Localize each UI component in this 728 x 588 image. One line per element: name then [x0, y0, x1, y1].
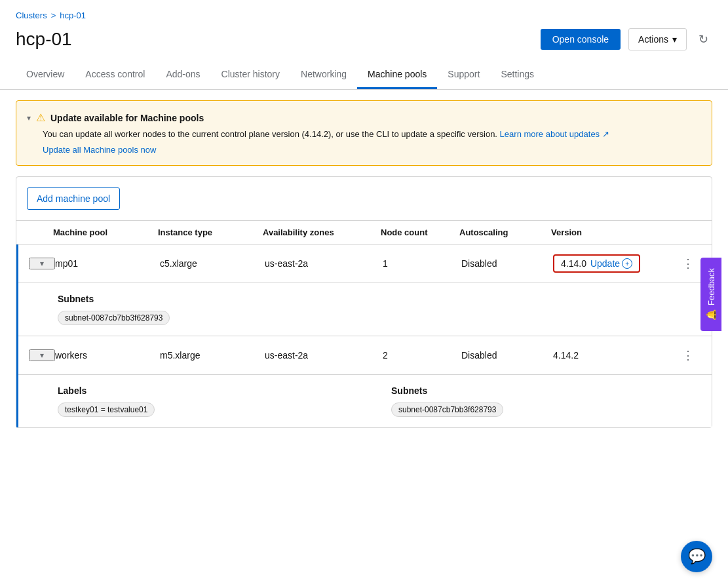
col-header-machine-pool: Machine pool: [53, 227, 158, 237]
version-number-mp01: 4.14.0: [561, 258, 586, 269]
row-toggle-workers[interactable]: ▾: [29, 349, 55, 361]
col-header-availability-zones: Availability zones: [263, 227, 381, 237]
chat-button[interactable]: 💬: [681, 541, 712, 572]
col-header-instance-type: Instance type: [158, 227, 263, 237]
feedback-label: Feedback: [706, 267, 716, 305]
availability-zones-workers: us-east-2a: [265, 350, 383, 361]
machine-row-data-workers: ▾ workers m5.xlarge us-east-2a 2 Disable…: [18, 336, 712, 375]
tab-add-ons[interactable]: Add-ons: [155, 61, 210, 89]
kebab-menu-mp01[interactable]: ⋮: [675, 254, 701, 273]
cluster-title: hcp-01: [16, 29, 72, 50]
feedback-button[interactable]: 🔔 Feedback: [700, 257, 721, 330]
machine-pool-name-mp01: mp01: [55, 258, 160, 269]
machine-pool-name-workers: workers: [55, 350, 160, 361]
col-header-actions: [675, 227, 701, 237]
update-banner: ▾ ⚠ Update available for Machine pools Y…: [16, 100, 712, 166]
machine-row-data-mp01: ▾ mp01 c5.xlarge us-east-2a 1 Disabled 4…: [18, 245, 712, 283]
chevron-down-icon: ▾: [672, 34, 677, 45]
tab-cluster-history[interactable]: Cluster history: [211, 61, 290, 89]
subnet-chip-workers-0: subnet-0087cb7bb3f628793: [391, 402, 503, 417]
tab-networking[interactable]: Networking: [290, 61, 357, 89]
breadcrumb-current: hcp-01: [60, 10, 86, 20]
subnet-chip-mp01-0: subnet-0087cb7bb3f628793: [58, 311, 170, 325]
col-header-toggle: [27, 227, 53, 237]
instance-type-workers: m5.xlarge: [160, 350, 265, 361]
feedback-icon: 🔔: [706, 309, 716, 321]
labels-label-workers: Labels: [58, 385, 339, 396]
detail-row-mp01: Subnets subnet-0087cb7bb3f628793: [18, 283, 712, 336]
machine-pool-row-workers: ▾ workers m5.xlarge us-east-2a 2 Disable…: [16, 336, 712, 427]
row-toggle-mp01[interactable]: ▾: [29, 258, 55, 269]
version-update-box-mp01: 4.14.0 Update +: [553, 254, 640, 273]
label-chip-workers-0: testkey01 = testvalue01: [58, 402, 155, 417]
add-machine-pool-button[interactable]: Add machine pool: [27, 187, 120, 210]
breadcrumb: Clusters > hcp-01: [16, 10, 712, 20]
tab-access-control[interactable]: Access control: [75, 61, 155, 89]
chat-icon: 💬: [688, 548, 706, 565]
col-header-version: Version: [551, 227, 675, 237]
update-version-link-mp01[interactable]: Update +: [590, 258, 632, 269]
nav-tabs: Overview Access control Add-ons Cluster …: [0, 61, 728, 90]
banner-title: Update available for Machine pools: [50, 113, 204, 123]
tab-machine-pools[interactable]: Machine pools: [357, 61, 437, 89]
banner-toggle-button[interactable]: ▾: [27, 113, 31, 123]
node-count-workers: 2: [383, 350, 461, 361]
subnets-label-workers: Subnets: [391, 385, 672, 396]
refresh-button[interactable]: ↻: [695, 28, 712, 50]
machine-pools-table: Add machine pool Machine pool Instance t…: [16, 176, 712, 428]
tab-overview[interactable]: Overview: [16, 61, 75, 89]
autoscaling-mp01: Disabled: [461, 258, 553, 269]
banner-description: You can update all worker nodes to the c…: [27, 129, 701, 139]
actions-button[interactable]: Actions ▾: [628, 28, 687, 50]
breadcrumb-separator: >: [51, 10, 56, 20]
version-cell-workers: 4.14.2: [553, 350, 675, 361]
col-header-node-count: Node count: [381, 227, 459, 237]
update-plus-icon: +: [622, 258, 632, 269]
detail-row-workers: Labels testkey01 = testvalue01 Subnets s…: [18, 375, 712, 427]
open-console-button[interactable]: Open console: [541, 29, 621, 50]
col-header-autoscaling: Autoscaling: [459, 227, 551, 237]
node-count-mp01: 1: [383, 258, 461, 269]
external-link-icon: ↗: [602, 129, 609, 139]
autoscaling-workers: Disabled: [461, 350, 553, 361]
tab-support[interactable]: Support: [437, 61, 490, 89]
machine-pool-row-mp01: ▾ mp01 c5.xlarge us-east-2a 1 Disabled 4…: [16, 245, 712, 336]
tab-settings[interactable]: Settings: [490, 61, 545, 89]
breadcrumb-clusters-link[interactable]: Clusters: [16, 10, 47, 20]
warning-icon: ⚠: [36, 111, 45, 124]
labels-section-workers: Labels testkey01 = testvalue01: [58, 385, 339, 417]
kebab-menu-workers[interactable]: ⋮: [675, 345, 701, 365]
instance-type-mp01: c5.xlarge: [160, 258, 265, 269]
update-all-link[interactable]: Update all Machine pools now: [27, 145, 156, 155]
learn-more-link[interactable]: Learn more about updates ↗: [500, 129, 609, 139]
table-column-headers: Machine pool Instance type Availability …: [16, 220, 712, 245]
availability-zones-mp01: us-east-2a: [265, 258, 383, 269]
version-number-workers: 4.14.2: [553, 350, 579, 361]
version-cell-mp01: 4.14.0 Update +: [553, 254, 675, 273]
subnets-section-workers: Subnets subnet-0087cb7bb3f628793: [391, 385, 672, 417]
subnets-label-mp01: Subnets: [58, 294, 672, 304]
